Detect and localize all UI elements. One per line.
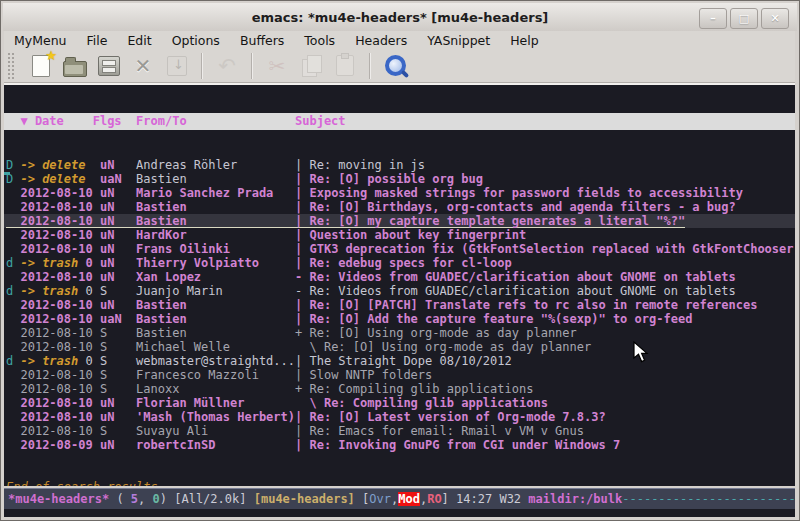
paste-icon bbox=[336, 55, 354, 76]
flags-field: uN bbox=[100, 270, 136, 284]
mouse-cursor bbox=[633, 341, 653, 364]
emacs-window: emacs: *mu4e-headers* [mu4e-headers] –□✕… bbox=[0, 0, 800, 521]
mark-char bbox=[6, 298, 20, 312]
mark-action: -> trash bbox=[20, 256, 78, 270]
menu-item-yasnippet[interactable]: YASnippet bbox=[417, 33, 500, 48]
from-field: Bastien bbox=[136, 214, 295, 228]
flags-field: uN bbox=[100, 228, 136, 242]
subject-field: \ Re: [O] Using org-mode as day planner bbox=[295, 340, 591, 354]
subject-field: \ Re: Compiling glib applications bbox=[295, 396, 548, 410]
subject-field: | Re: [O] Add the capture feature "%(sex… bbox=[295, 312, 692, 326]
from-field: Andreas Röhler bbox=[136, 158, 295, 172]
from-field: Thierry Volpiatto bbox=[136, 256, 295, 270]
message-row[interactable]: d -> trash 0 S Juanjo Marin - Re: Videos… bbox=[4, 284, 795, 298]
date-field: 2012-08-10 bbox=[20, 396, 99, 410]
message-row-line: 2012-08-10 S Francesco Mazzoli | Slow NN… bbox=[6, 368, 432, 382]
message-row-current[interactable]: 2012-08-10 uN Bastien | Re: [O] my captu… bbox=[4, 214, 795, 228]
menu-item-tools[interactable]: Tools bbox=[294, 33, 345, 48]
date-field: 0 bbox=[78, 284, 100, 298]
open-folder-button[interactable] bbox=[58, 51, 92, 81]
message-row[interactable]: d -> trash 0 S webmaster@straightd...| T… bbox=[4, 354, 795, 368]
mark-char bbox=[6, 186, 20, 200]
modeline-segment: ] bbox=[442, 492, 456, 506]
mark-char: d bbox=[6, 256, 20, 270]
message-row[interactable]: 2012-08-10 uN Florian Müllner \ Re: Comp… bbox=[4, 396, 795, 410]
fringe-indicator bbox=[4, 172, 10, 175]
delete-icon: ✕ bbox=[135, 54, 152, 78]
date-field: 2012-08-10 bbox=[20, 242, 99, 256]
from-field: Suvayu Ali bbox=[136, 424, 295, 438]
search-button[interactable] bbox=[378, 51, 412, 81]
mark-action: -> trash bbox=[20, 284, 78, 298]
message-row[interactable]: 2012-08-10 uN Bastien | Re: [O] Birthday… bbox=[4, 200, 795, 214]
mark-char bbox=[6, 228, 20, 242]
subject-field: - Re: Videos from GUADEC/clarification a… bbox=[295, 270, 736, 284]
titlebar[interactable]: emacs: *mu4e-headers* [mu4e-headers] –□✕ bbox=[3, 3, 797, 31]
menu-item-file[interactable]: File bbox=[77, 33, 118, 48]
headers-column-header: ▼ Date Flgs From/To Subject bbox=[4, 113, 795, 130]
message-row[interactable]: 2012-08-10 S Suvayu Ali | Re: Emacs for … bbox=[4, 424, 795, 438]
toolbar-separator bbox=[251, 53, 253, 79]
message-row[interactable]: 2012-08-10 uN Frans Oilinki | GTK3 depre… bbox=[4, 242, 795, 256]
date-field bbox=[85, 158, 99, 172]
modeline-segment: , bbox=[138, 492, 152, 506]
message-row[interactable]: 2012-08-10 uN Xan Lopez - Re: Videos fro… bbox=[4, 270, 795, 284]
save-button[interactable] bbox=[92, 51, 126, 81]
message-row[interactable]: D -> delete uaN Bastien | Re: [O] possib… bbox=[4, 172, 795, 186]
minimize-button[interactable]: – bbox=[699, 8, 727, 29]
modeline-segment: ( bbox=[109, 492, 131, 506]
menu-item-options[interactable]: Options bbox=[162, 33, 230, 48]
menu-item-help[interactable]: Help bbox=[500, 33, 549, 48]
modeline-segment: 14:27 W32 bbox=[456, 492, 528, 506]
save-as-button bbox=[160, 51, 194, 81]
minibuffer[interactable] bbox=[4, 509, 795, 517]
mark-char bbox=[6, 270, 20, 284]
from-field: 'Mash (Thomas Herbert) bbox=[136, 410, 295, 424]
flags-field: S bbox=[100, 382, 136, 396]
date-field: 2012-08-10 bbox=[20, 410, 99, 424]
message-row[interactable]: 2012-08-10 uaN Bastien | Re: [O] Add the… bbox=[4, 312, 795, 326]
modeline-segment: Ovr bbox=[369, 492, 391, 506]
modeline-segment: *mu4e-headers* bbox=[8, 492, 109, 506]
message-row[interactable]: D -> delete uN Andreas Röhler | Re: movi… bbox=[4, 158, 795, 172]
menu-item-headers[interactable]: Headers bbox=[345, 33, 417, 48]
window-controls: –□✕ bbox=[699, 8, 789, 29]
modeline-segment: [mu4e-headers] bbox=[254, 492, 355, 506]
delete-button[interactable]: ✕ bbox=[126, 51, 160, 81]
message-row[interactable]: 2012-08-10 uN Mario Sanchez Prada | Expo… bbox=[4, 186, 795, 200]
message-row-line: d -> trash 0 S webmaster@straightd...| T… bbox=[6, 354, 512, 368]
flags-field: uN bbox=[100, 396, 136, 410]
menu-item-buffers[interactable]: Buffers bbox=[230, 33, 294, 48]
message-row[interactable]: 2012-08-10 uN Bastien | Re: [O] [PATCH] … bbox=[4, 298, 795, 312]
menu-item-mymenu[interactable]: MyMenu bbox=[4, 33, 77, 48]
subject-field: | GTK3 deprecation fix (GtkFontSelection… bbox=[295, 242, 795, 256]
close-button[interactable]: ✕ bbox=[761, 8, 789, 29]
message-row[interactable]: 2012-08-10 uN 'Mash (Thomas Herbert)| Re… bbox=[4, 410, 795, 424]
date-field: 2012-08-10 bbox=[20, 270, 99, 284]
mark-char: d bbox=[6, 354, 20, 368]
menu-item-edit[interactable]: Edit bbox=[117, 33, 161, 48]
new-file-button[interactable] bbox=[24, 51, 58, 81]
modeline-segment: [ bbox=[355, 492, 369, 506]
subject-field: | Slow NNTP folders bbox=[295, 368, 432, 382]
toolbar-drag-handle[interactable] bbox=[7, 52, 16, 80]
message-row[interactable]: 2012-08-09 uN robertcInSD | Re: Invoking… bbox=[4, 438, 795, 452]
subject-field: | Exposing masked strings for password f… bbox=[295, 186, 743, 200]
flags-field: S bbox=[100, 424, 136, 438]
from-field: webmaster@straightd... bbox=[136, 354, 295, 368]
message-row[interactable]: 2012-08-10 uN HardKor | Question about k… bbox=[4, 228, 795, 242]
message-row[interactable]: 2012-08-10 S Lanoxx + Re: Compiling glib… bbox=[4, 382, 795, 396]
date-field: 2012-08-10 bbox=[20, 340, 99, 354]
mark-action: -> trash bbox=[20, 354, 78, 368]
message-row[interactable]: d -> trash 0 uN Thierry Volpiatto | Re: … bbox=[4, 256, 795, 270]
message-row-line: 2012-08-10 S Bastien + Re: [O] Using org… bbox=[6, 326, 577, 340]
mark-char bbox=[6, 340, 20, 354]
flags-field: S bbox=[100, 340, 136, 354]
message-row[interactable]: 2012-08-10 S Michael Welle \ Re: [O] Usi… bbox=[4, 340, 795, 354]
date-field: 2012-08-09 bbox=[20, 438, 99, 452]
message-row[interactable]: 2012-08-10 S Bastien + Re: [O] Using org… bbox=[4, 326, 795, 340]
maximize-button[interactable]: □ bbox=[730, 8, 758, 29]
message-row[interactable]: 2012-08-10 S Francesco Mazzoli | Slow NN… bbox=[4, 368, 795, 382]
mu4e-headers-buffer[interactable]: ▼ Date Flgs From/To Subject D -> delete … bbox=[4, 85, 795, 486]
message-row-line: 2012-08-10 uN Florian Müllner \ Re: Comp… bbox=[6, 396, 548, 410]
